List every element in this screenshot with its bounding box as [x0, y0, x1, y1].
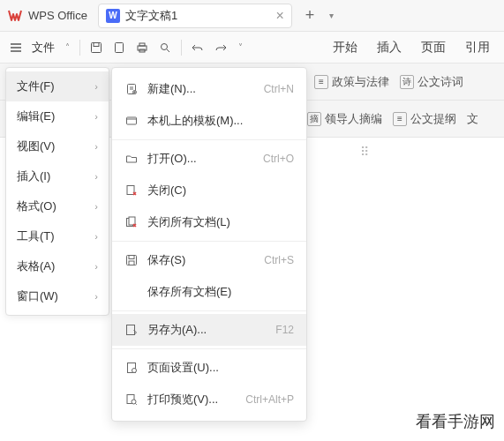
side-menu-label: 视图(V) — [17, 138, 55, 154]
close-tab-icon[interactable]: × — [276, 8, 284, 24]
saveas-icon — [124, 323, 139, 337]
keyboard-shortcut: Ctrl+Alt+P — [245, 393, 294, 406]
chevron-right-icon: › — [94, 261, 98, 272]
separator — [181, 40, 182, 56]
side-menu-item[interactable]: 视图(V)› — [6, 131, 109, 161]
menu-category-list: 文件(F)›编辑(E)›视图(V)›插入(I)›格式(O)›工具(T)›表格(A… — [5, 67, 109, 316]
drop-menu-item[interactable]: 打印预览(V)...Ctrl+Alt+P — [112, 384, 306, 415]
wps-logo-icon — [7, 8, 23, 24]
drop-menu-item[interactable]: 本机上的模板(M)... — [112, 105, 306, 137]
app-name: WPS Office — [28, 9, 87, 22]
print-icon[interactable] — [132, 37, 153, 58]
closeall-icon — [124, 215, 139, 229]
drop-menu-item[interactable]: 关闭(C) — [112, 175, 306, 206]
drop-menu-item[interactable]: 关闭所有文档(L) — [112, 206, 306, 238]
svg-rect-12 — [129, 217, 135, 225]
ribbon-tab-reference[interactable]: 引用 — [456, 32, 499, 64]
drop-menu-item[interactable]: 另存为(A)...F12 — [112, 314, 306, 346]
drop-menu-item[interactable]: 页面设置(U)... — [112, 352, 306, 384]
side-menu-item[interactable]: 表格(A)› — [6, 251, 109, 281]
drop-menu-label: 本机上的模板(M)... — [147, 113, 285, 129]
svg-rect-14 — [129, 256, 134, 259]
sec-label: 政策与法律 — [332, 74, 389, 90]
sec-item-more[interactable]: 文 — [467, 111, 478, 127]
menu-separator — [112, 310, 306, 311]
chevron-right-icon: › — [94, 81, 98, 92]
drag-handle-icon[interactable]: ⠿ — [360, 148, 371, 155]
sec-label: 公文诗词 — [417, 74, 463, 90]
print-preview-icon[interactable] — [154, 37, 176, 58]
sec-label: 文 — [467, 111, 478, 127]
pagesetup-icon — [124, 361, 139, 375]
drop-menu-label: 另存为(A)... — [147, 322, 267, 338]
doc-icon: 摘 — [307, 112, 321, 126]
side-menu-item[interactable]: 窗口(W)› — [6, 281, 109, 311]
side-menu-label: 插入(I) — [17, 168, 50, 184]
side-menu-label: 文件(F) — [17, 78, 55, 94]
side-menu-item[interactable]: 编辑(E)› — [6, 101, 109, 131]
svg-rect-13 — [127, 256, 137, 265]
sec-item-leader[interactable]: 摘 领导人摘编 — [307, 111, 382, 127]
drop-menu-item[interactable]: 保存(S)Ctrl+S — [112, 244, 306, 276]
drop-menu-item[interactable]: 打开(O)...Ctrl+O — [112, 143, 306, 175]
new-tab-button[interactable]: + — [297, 4, 322, 28]
drop-menu-label: 打印预览(V)... — [147, 392, 237, 407]
keyboard-shortcut: Ctrl+O — [263, 153, 294, 165]
side-menu-label: 编辑(E) — [17, 108, 55, 124]
side-menu-item[interactable]: 文件(F)› — [6, 71, 109, 101]
separator — [79, 40, 80, 56]
drop-menu-item[interactable]: 新建(N)...Ctrl+N — [112, 73, 306, 105]
drop-menu-label: 保存(S) — [147, 252, 255, 268]
chevron-right-icon: › — [94, 201, 98, 212]
sec-item-poem[interactable]: 诗 公文诗词 — [400, 74, 463, 90]
save-icon[interactable] — [86, 37, 107, 58]
save-icon — [124, 253, 139, 267]
side-menu-label: 格式(O) — [17, 198, 56, 214]
ribbon-tabs: 开始 插入 页面 引用 — [324, 32, 499, 64]
word-doc-icon: W — [106, 9, 120, 23]
svg-rect-2 — [116, 42, 124, 52]
svg-rect-0 — [92, 42, 102, 52]
sec-item-outline[interactable]: ≡ 公文提纲 — [393, 111, 456, 127]
menu-separator — [112, 139, 306, 140]
open-icon — [124, 152, 139, 166]
menu-separator — [112, 348, 306, 349]
ribbon-tab-start[interactable]: 开始 — [324, 32, 366, 64]
close-icon — [124, 183, 139, 198]
tab-dropdown-icon[interactable]: ▾ — [329, 11, 334, 20]
svg-rect-1 — [94, 42, 99, 46]
menu-icon[interactable] — [5, 37, 26, 58]
document-tab-name: 文字文稿1 — [125, 8, 271, 24]
sec-item-policy[interactable]: ≡ 政策与法律 — [314, 74, 389, 90]
new-doc-icon[interactable] — [109, 37, 130, 58]
side-menu-label: 工具(T) — [17, 228, 55, 244]
side-menu-item[interactable]: 格式(O)› — [6, 191, 109, 221]
drop-menu-item[interactable]: 保存所有文档(E) — [112, 276, 306, 308]
watermark-text: 看看手游网 — [416, 411, 495, 432]
drop-menu-label: 关闭(C) — [147, 183, 285, 198]
quick-toolbar: 文件 ˄ ˅ 开始 插入 页面 引用 — [0, 32, 504, 64]
chevron-right-icon: › — [94, 291, 98, 302]
svg-rect-10 — [127, 186, 134, 195]
side-menu-item[interactable]: 工具(T)› — [6, 221, 109, 251]
sec-label: 领导人摘编 — [325, 111, 382, 127]
chevron-right-icon: › — [94, 141, 98, 152]
side-menu-label: 表格(A) — [17, 258, 55, 274]
document-tab[interactable]: W 文字文稿1 × — [98, 4, 292, 28]
menu-separator — [112, 241, 306, 242]
ribbon-tab-page[interactable]: 页面 — [412, 32, 455, 64]
undo-icon[interactable] — [187, 37, 208, 58]
template-icon — [124, 114, 139, 128]
file-caret-icon[interactable]: ˄ — [60, 42, 74, 52]
side-menu-item[interactable]: 插入(I)› — [6, 161, 109, 191]
ribbon-tab-insert[interactable]: 插入 — [368, 32, 410, 64]
redo-icon[interactable] — [210, 37, 231, 58]
side-menu-label: 窗口(W) — [17, 288, 58, 304]
drop-menu-label: 页面设置(U)... — [147, 360, 285, 376]
file-dropdown-menu: 新建(N)...Ctrl+N本机上的模板(M)...打开(O)...Ctrl+O… — [111, 67, 307, 422]
toolbar-caret-icon[interactable]: ˅ — [233, 42, 247, 52]
preview-icon — [124, 392, 139, 407]
file-menu-label[interactable]: 文件 — [28, 40, 58, 56]
title-bar: WPS Office W 文字文稿1 × + ▾ — [0, 0, 504, 32]
keyboard-shortcut: Ctrl+S — [264, 254, 294, 266]
